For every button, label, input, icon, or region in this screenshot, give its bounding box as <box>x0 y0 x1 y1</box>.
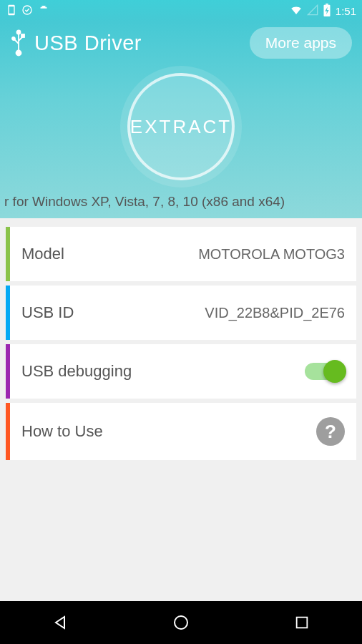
svg-point-8 <box>175 616 187 629</box>
toggle-knob <box>323 360 346 383</box>
subtitle-text: r for Windows XP, Vista, 7, 8, 10 (x86 a… <box>0 194 362 210</box>
android-icon <box>37 4 50 19</box>
svg-rect-9 <box>296 618 307 628</box>
extract-button[interactable]: EXTRACT <box>127 73 235 180</box>
signal-icon <box>307 4 318 18</box>
model-label: Model <box>21 245 64 263</box>
clock-text: 1:51 <box>336 5 356 17</box>
info-list: Model MOTOROLA MOTOG3 USB ID VID_22B8&PI… <box>0 218 362 473</box>
svg-point-0 <box>23 6 31 14</box>
help-icon[interactable]: ? <box>316 417 345 446</box>
svg-point-6 <box>12 37 15 40</box>
debug-toggle[interactable] <box>305 363 345 380</box>
back-button[interactable] <box>49 612 71 633</box>
wifi-icon <box>290 4 303 19</box>
row-usb-id: USB ID VID_22B8&PID_2E76 <box>6 286 356 340</box>
app-title: USB Driver <box>10 29 142 57</box>
debug-label: USB debugging <box>21 362 132 381</box>
battery-charging-icon <box>323 4 331 19</box>
svg-point-5 <box>16 51 21 56</box>
svg-rect-7 <box>21 34 24 37</box>
svg-rect-2 <box>326 4 328 5</box>
row-how-to-use[interactable]: How to Use ? <box>6 403 356 460</box>
phone-refresh-icon <box>6 4 17 18</box>
usbid-value: VID_22B8&PID_2E76 <box>205 305 345 321</box>
model-value: MOTOROLA MOTOG3 <box>198 246 345 263</box>
extract-label: EXTRACT <box>130 116 232 138</box>
svg-point-3 <box>17 31 21 34</box>
row-model: Model MOTOROLA MOTOG3 <box>6 227 356 281</box>
navigation-bar <box>0 601 362 644</box>
header: USB Driver More apps EXTRACT r for Windo… <box>0 21 362 218</box>
more-apps-button[interactable]: More apps <box>250 27 352 59</box>
usb-icon <box>10 29 27 57</box>
usbid-label: USB ID <box>21 303 74 322</box>
recent-button[interactable] <box>291 612 313 633</box>
check-circle-icon <box>21 4 33 18</box>
app-title-text: USB Driver <box>34 31 142 55</box>
status-bar: 1:51 <box>0 0 362 21</box>
home-button[interactable] <box>170 612 192 633</box>
howto-label: How to Use <box>21 422 103 441</box>
row-usb-debugging[interactable]: USB debugging <box>6 344 356 399</box>
